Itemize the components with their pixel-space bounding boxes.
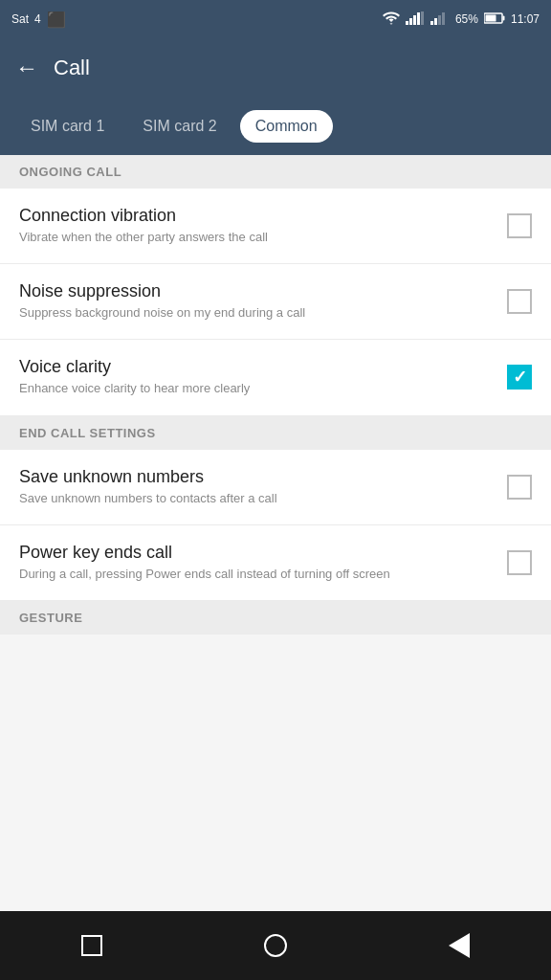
toolbar: ← Call xyxy=(0,38,551,98)
setting-text-power-key: Power key ends call During a call, press… xyxy=(19,543,496,583)
nav-back-button[interactable] xyxy=(440,926,478,965)
svg-rect-8 xyxy=(442,12,445,25)
svg-rect-6 xyxy=(434,18,437,25)
setting-text-connection-vibration: Connection vibration Vibrate when the ot… xyxy=(19,206,496,246)
svg-rect-4 xyxy=(421,11,424,25)
setting-title-save-unknown: Save unknown numbers xyxy=(19,467,496,487)
section-header-end-call: END CALL SETTINGS xyxy=(0,416,551,450)
signal2-icon xyxy=(430,11,450,28)
time-display: 11:07 xyxy=(511,12,540,26)
status-bar: Sat 4 ⬛ xyxy=(0,0,551,38)
back-icon xyxy=(449,933,470,958)
section-header-ongoing-call: ONGOING CALL xyxy=(0,155,551,189)
tab-bar: SIM card 1 SIM card 2 Common xyxy=(0,98,551,155)
checkbox-connection-vibration[interactable] xyxy=(507,213,532,238)
battery-pct: 65% xyxy=(455,12,478,26)
battery-icon xyxy=(484,12,505,27)
checkbox-power-key[interactable] xyxy=(507,550,532,575)
nav-bar xyxy=(0,911,551,980)
back-button[interactable]: ← xyxy=(15,55,38,81)
svg-rect-2 xyxy=(413,15,416,25)
status-left: Sat 4 ⬛ xyxy=(11,11,66,29)
svg-rect-5 xyxy=(430,21,433,25)
status-day-date: Sat xyxy=(11,12,29,26)
section-header-gesture: GESTURE xyxy=(0,601,551,635)
tab-sim2[interactable]: SIM card 2 xyxy=(127,110,231,143)
status-right: 65% 11:07 xyxy=(383,11,540,28)
tab-sim1[interactable]: SIM card 1 xyxy=(15,110,120,143)
setting-row-voice-clarity[interactable]: Voice clarity Enhance voice clarity to h… xyxy=(0,340,551,415)
checkbox-save-unknown[interactable] xyxy=(507,475,532,500)
svg-rect-11 xyxy=(485,14,496,21)
home-icon xyxy=(264,934,287,957)
svg-rect-7 xyxy=(438,15,441,25)
setting-title-noise-suppression: Noise suppression xyxy=(19,281,496,301)
setting-row-connection-vibration[interactable]: Connection vibration Vibrate when the ot… xyxy=(0,189,551,264)
tab-common[interactable]: Common xyxy=(240,110,333,143)
setting-desc-save-unknown: Save unknown numbers to contacts after a… xyxy=(19,490,496,507)
setting-row-power-key[interactable]: Power key ends call During a call, press… xyxy=(0,525,551,601)
svg-rect-1 xyxy=(409,18,412,25)
setting-text-noise-suppression: Noise suppression Suppress background no… xyxy=(19,281,496,322)
svg-rect-0 xyxy=(406,21,408,25)
setting-desc-power-key: During a call, pressing Power ends call … xyxy=(19,566,496,583)
checkbox-voice-clarity[interactable] xyxy=(507,365,532,390)
signal-icon xyxy=(406,11,425,28)
nav-home-button[interactable] xyxy=(256,926,295,965)
setting-title-voice-clarity: Voice clarity xyxy=(19,357,496,377)
status-date-num: 4 xyxy=(34,12,41,26)
setting-row-save-unknown[interactable]: Save unknown numbers Save unknown number… xyxy=(0,450,551,525)
svg-rect-3 xyxy=(417,12,420,25)
setting-title-connection-vibration: Connection vibration xyxy=(19,206,496,226)
bb-icon: ⬛ xyxy=(47,11,66,29)
setting-desc-connection-vibration: Vibrate when the other party answers the… xyxy=(19,229,496,246)
setting-text-voice-clarity: Voice clarity Enhance voice clarity to h… xyxy=(19,357,496,397)
recent-apps-icon xyxy=(81,935,102,956)
wifi-icon xyxy=(383,11,400,28)
nav-recent-button[interactable] xyxy=(73,926,111,965)
page-title: Call xyxy=(54,56,90,80)
content-area: ONGOING CALL Connection vibration Vibrat… xyxy=(0,155,551,911)
setting-desc-voice-clarity: Enhance voice clarity to hear more clear… xyxy=(19,380,496,397)
setting-row-noise-suppression[interactable]: Noise suppression Suppress background no… xyxy=(0,264,551,340)
svg-rect-10 xyxy=(502,15,504,20)
setting-text-save-unknown: Save unknown numbers Save unknown number… xyxy=(19,467,496,507)
setting-desc-noise-suppression: Suppress background noise on my end duri… xyxy=(19,304,496,322)
checkbox-noise-suppression[interactable] xyxy=(507,289,532,314)
setting-title-power-key: Power key ends call xyxy=(19,543,496,563)
